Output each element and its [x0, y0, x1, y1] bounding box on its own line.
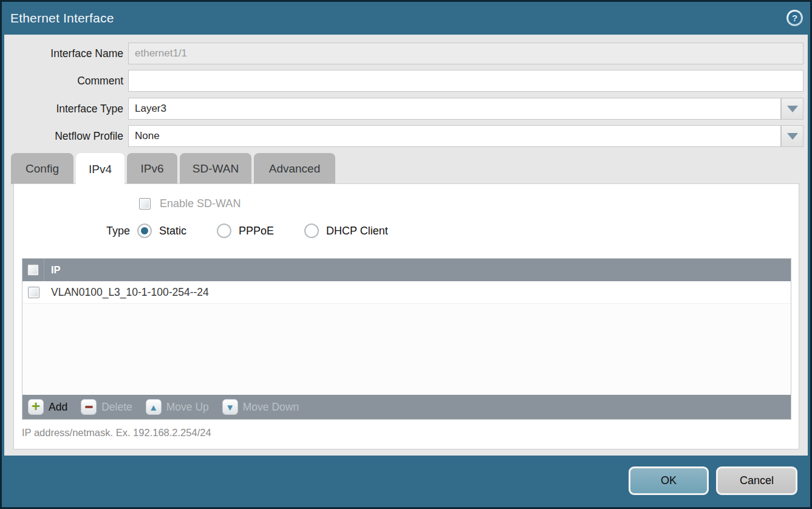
- arrow-down-icon: ▼: [222, 399, 238, 415]
- type-label: Type: [106, 225, 130, 237]
- select-all-checkbox[interactable]: [27, 264, 39, 276]
- arrow-up-icon: ▲: [146, 399, 162, 415]
- radio-static[interactable]: [137, 224, 152, 238]
- netflow-profile-label: Netflow Profile: [4, 125, 123, 147]
- radio-dhcp-client-label[interactable]: DHCP Client: [326, 225, 388, 237]
- plus-icon: +: [28, 399, 44, 415]
- delete-button[interactable]: Delete: [81, 399, 132, 415]
- enable-sdwan-checkbox[interactable]: [139, 198, 151, 210]
- minus-icon: [81, 399, 97, 415]
- cancel-button[interactable]: Cancel: [716, 466, 797, 495]
- radio-dhcp-client[interactable]: [304, 224, 319, 238]
- radio-static-label[interactable]: Static: [159, 225, 186, 237]
- ip-format-hint: IP address/netmask. Ex. 192.168.2.254/24: [22, 427, 211, 439]
- table-row[interactable]: VLAN0100_L3_10-1-100-254--24: [22, 281, 791, 304]
- move-down-button[interactable]: ▼ Move Down: [222, 399, 299, 415]
- tab-config[interactable]: Config: [11, 153, 73, 184]
- radio-pppoe[interactable]: [217, 224, 231, 238]
- enable-sdwan-row: Enable SD-WAN: [139, 197, 241, 210]
- comment-label: Comment: [4, 70, 123, 92]
- interface-type-field[interactable]: [128, 98, 781, 120]
- table-toolbar: + Add Delete ▲ Move Up ▼: [22, 395, 791, 419]
- dialog-surface: Ethernet Interface ? Interface Name Comm…: [2, 2, 810, 507]
- tab-ipv6[interactable]: IPv6: [127, 153, 177, 184]
- dialog-titlebar: Ethernet Interface ?: [2, 2, 810, 35]
- table-empty-area: [22, 304, 791, 395]
- dialog-title: Ethernet Interface: [10, 11, 114, 26]
- tab-sdwan[interactable]: SD-WAN: [180, 153, 251, 184]
- ethernet-interface-dialog: Ethernet Interface ? Interface Name Comm…: [0, 0, 812, 509]
- radio-pppoe-label[interactable]: PPPoE: [239, 225, 274, 237]
- move-up-button[interactable]: ▲ Move Up: [146, 399, 209, 415]
- netflow-profile-dropdown-button[interactable]: [781, 125, 803, 147]
- row-ip-value[interactable]: VLAN0100_L3_10-1-100-254--24: [44, 286, 209, 299]
- chevron-down-icon: [787, 106, 798, 112]
- add-button[interactable]: + Add: [28, 399, 67, 415]
- comment-field[interactable]: [128, 70, 803, 92]
- chevron-down-icon: [787, 133, 798, 140]
- ip-table-header: IP: [22, 259, 791, 281]
- tab-advanced[interactable]: Advanced: [254, 153, 335, 184]
- row-checkbox[interactable]: [28, 287, 39, 298]
- ip-column-header[interactable]: IP: [44, 264, 61, 276]
- ip-table: IP VLAN0100_L3_10-1-100-254--24 + Add: [22, 258, 791, 420]
- ipv4-tab-panel: Enable SD-WAN Type Static PPPoE DHCP Cli…: [13, 183, 799, 449]
- type-radio-group: Type Static PPPoE DHCP Client: [106, 224, 388, 238]
- tab-ipv4[interactable]: IPv4: [76, 153, 125, 185]
- netflow-profile-field[interactable]: [128, 125, 781, 147]
- interface-type-dropdown-button[interactable]: [781, 98, 803, 120]
- interface-type-label: Interface Type: [4, 98, 123, 120]
- dialog-body: Interface Name Comment Interface Type Ne…: [4, 35, 808, 456]
- ok-button[interactable]: OK: [629, 466, 709, 495]
- enable-sdwan-label: Enable SD-WAN: [160, 197, 241, 210]
- interface-name-label: Interface Name: [4, 43, 123, 64]
- interface-name-field: [128, 43, 803, 64]
- help-icon[interactable]: ?: [786, 10, 803, 26]
